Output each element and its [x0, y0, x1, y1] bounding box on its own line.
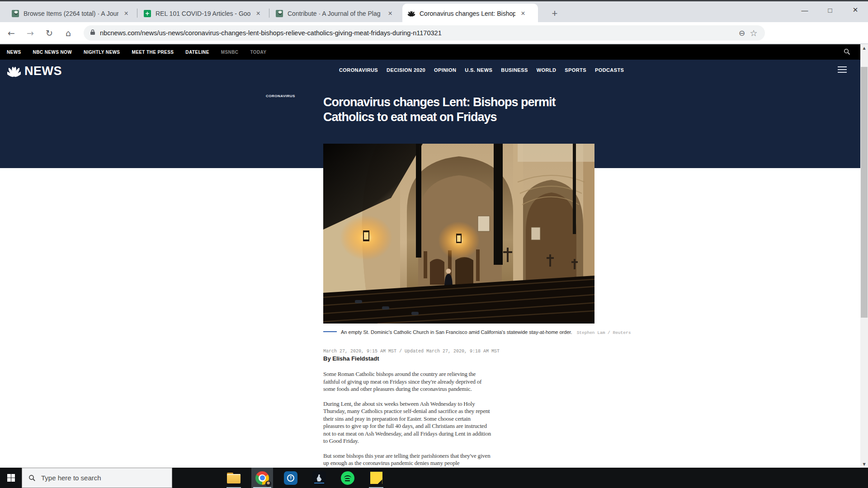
topbar-link-dateline[interactable]: DATELINE — [185, 50, 209, 55]
article-body: Some Roman Catholic bishops around the c… — [323, 371, 491, 468]
topbar-link-msnbc[interactable]: MSNBC — [221, 50, 239, 55]
tab-title: Contribute · A Journal of the Plag — [288, 10, 382, 17]
tab-contribute[interactable]: Contribute · A Journal of the Plag × — [270, 5, 400, 22]
tab-close-icon[interactable]: × — [518, 9, 528, 19]
article-eyebrow[interactable]: CORONAVIRUS — [266, 94, 295, 98]
nav-business[interactable]: BUSINESS — [501, 67, 528, 73]
article-headline: Coronavirus changes Lent: Bishops permit… — [323, 95, 588, 125]
home-icon[interactable]: ⌂ — [61, 25, 76, 41]
nbc-peacock-icon — [7, 65, 21, 78]
topbar-link-nbc-news-now[interactable]: NBC NEWS NOW — [33, 50, 72, 55]
new-tab-button[interactable]: + — [548, 7, 561, 20]
forward-icon[interactable]: → — [23, 25, 38, 41]
chrome-profile-badge — [265, 481, 271, 487]
nbc-news-page: NEWS NBC NEWS NOW NIGHTLY NEWS MEET THE … — [0, 44, 860, 468]
start-button[interactable] — [0, 468, 22, 488]
tab-close-icon[interactable]: × — [385, 9, 395, 19]
paragraph: Some Roman Catholic bishops around the c… — [323, 371, 491, 393]
search-icon — [28, 474, 36, 482]
tab-title: Browse Items (2264 total) · A Jour — [24, 10, 118, 17]
photo-caption: An empty St. Dominic's Catholic Church i… — [341, 329, 572, 335]
tab-close-icon[interactable]: × — [253, 9, 263, 19]
bookmark-star-icon[interactable]: ☆ — [748, 27, 760, 39]
topbar-link-nightly-news[interactable]: NIGHTLY NEWS — [84, 50, 120, 55]
photo-caption-row: An empty St. Dominic's Catholic Church i… — [323, 329, 667, 335]
scroll-up-arrow[interactable]: ▲ — [860, 44, 868, 52]
topbar-link-meet-the-press[interactable]: MEET THE PRESS — [132, 50, 174, 55]
menu-hamburger-icon[interactable] — [838, 66, 847, 73]
close-window-button[interactable]: ✕ — [843, 1, 868, 19]
paragraph: But some bishops this year are telling t… — [323, 452, 491, 467]
file-explorer-icon[interactable] — [223, 468, 245, 488]
page-scrollbar[interactable]: ▲ ▼ — [860, 44, 868, 468]
windows-taskbar: Type here to search ↑ ⌃ — [0, 468, 868, 488]
tab-nbc-article-active[interactable]: Coronavirus changes Lent: Bishop × — [402, 4, 538, 23]
nbc-logo-text: NEWS — [24, 64, 62, 78]
lock-icon — [90, 29, 95, 37]
tab-close-icon[interactable]: × — [121, 9, 131, 19]
nav-us-news[interactable]: U.S. NEWS — [465, 67, 492, 73]
url-text[interactable]: nbcnews.com/news/us-news/coronavirus-cha… — [100, 29, 736, 37]
windows-logo-icon — [7, 474, 15, 482]
tab-rel101-sheet[interactable]: REL 101 COVID-19 Articles - Goo × — [138, 5, 268, 22]
scrollbar-thumb[interactable] — [861, 67, 868, 318]
maximize-button[interactable]: □ — [817, 1, 843, 19]
journal-site-icon — [276, 10, 283, 17]
nbc-nav-menu: CORONAVIRUS DECISION 2020 OPINION U.S. N… — [339, 67, 632, 73]
tab-title: Coronavirus changes Lent: Bishop — [420, 10, 515, 17]
taskbar-search-input[interactable]: Type here to search — [22, 468, 172, 488]
nbc-peacock-icon — [408, 10, 415, 17]
paragraph: During Lent, the about six weeks between… — [323, 400, 491, 445]
browser-tab-strip: Browse Items (2264 total) · A Jour × REL… — [0, 1, 868, 22]
kindle-app-icon[interactable] — [308, 468, 330, 488]
article-photo-church — [323, 144, 594, 324]
search-placeholder: Type here to search — [41, 474, 101, 482]
window-controls: — □ ✕ — [792, 1, 868, 19]
topbar-link-today[interactable]: TODAY — [250, 50, 266, 55]
journal-site-icon — [12, 10, 19, 17]
article-byline[interactable]: By Elisha Fieldstadt — [323, 355, 379, 362]
minimize-button[interactable]: — — [792, 1, 817, 19]
nav-world[interactable]: WORLD — [537, 67, 557, 73]
desktop-screen: Browse Items (2264 total) · A Jour × REL… — [0, 0, 868, 488]
article-timestamp: March 27, 2020, 9:15 AM MST / Updated Ma… — [323, 349, 500, 354]
nav-sports[interactable]: SPORTS — [565, 67, 586, 73]
tab-separator — [137, 9, 137, 18]
back-icon[interactable]: ← — [4, 25, 19, 41]
address-bar[interactable]: nbcnews.com/news/us-news/coronavirus-cha… — [84, 25, 765, 41]
nav-podcasts[interactable]: PODCASTS — [595, 67, 624, 73]
browser-toolbar: ← → ↻ ⌂ nbcnews.com/news/us-news/coronav… — [0, 22, 868, 44]
nav-opinion[interactable]: OPINION — [434, 67, 456, 73]
nbc-top-black-bar: NEWS NBC NEWS NOW NIGHTLY NEWS MEET THE … — [0, 44, 860, 60]
site-search-icon[interactable] — [844, 48, 850, 57]
blue-utility-app-icon[interactable]: ↑ — [280, 468, 302, 488]
nav-decision-2020[interactable]: DECISION 2020 — [387, 67, 425, 73]
tab-title: REL 101 COVID-19 Articles - Goo — [156, 10, 250, 17]
scroll-down-arrow[interactable]: ▼ — [860, 460, 868, 468]
nav-coronavirus[interactable]: CORONAVIRUS — [339, 67, 378, 73]
tab-browse-items[interactable]: Browse Items (2264 total) · A Jour × — [6, 5, 136, 22]
caption-rule — [323, 331, 337, 332]
reload-icon[interactable]: ↻ — [42, 25, 57, 41]
chrome-taskbar-icon[interactable] — [251, 468, 273, 488]
topbar-link-news[interactable]: NEWS — [7, 50, 21, 55]
nbc-news-logo[interactable]: NEWS — [7, 64, 62, 78]
google-sheets-icon — [144, 10, 151, 17]
spotify-icon[interactable] — [337, 468, 359, 488]
photo-credit: Stephen Lam / Reuters — [577, 330, 631, 335]
zoom-page-icon[interactable]: ⊖ — [736, 27, 748, 39]
sticky-notes-icon[interactable] — [365, 468, 387, 488]
tab-separator — [269, 9, 269, 18]
